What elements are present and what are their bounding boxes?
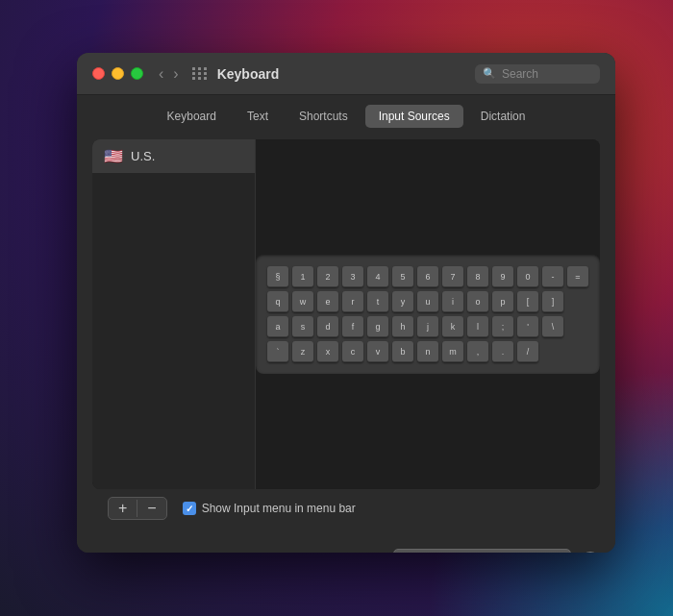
key-a: a bbox=[267, 316, 288, 337]
key-g: g bbox=[367, 316, 388, 337]
bottom-bar: + − ✓ Show Input menu in menu bar bbox=[92, 489, 600, 528]
key-w: w bbox=[292, 291, 313, 312]
key-equals: = bbox=[567, 266, 588, 287]
nav-buttons: ‹ › bbox=[155, 64, 183, 84]
tab-dictation[interactable]: Dictation bbox=[467, 105, 539, 128]
key-b: b bbox=[392, 341, 413, 362]
key-9: 9 bbox=[492, 266, 513, 287]
key-2: 2 bbox=[317, 266, 338, 287]
forward-button[interactable]: › bbox=[169, 64, 182, 84]
key-semicolon: ; bbox=[492, 316, 513, 337]
key-u: u bbox=[417, 291, 438, 312]
key-j: j bbox=[417, 316, 438, 337]
input-source-label: U.S. bbox=[131, 149, 155, 163]
key-o: o bbox=[467, 291, 488, 312]
key-5: 5 bbox=[392, 266, 413, 287]
key-d: d bbox=[317, 316, 338, 337]
keyboard-visual: § 1 2 3 4 5 6 7 8 9 0 - = bbox=[256, 255, 600, 374]
panels-row: 🇺🇸 U.S. § 1 2 3 4 5 6 7 bbox=[92, 139, 600, 489]
footer-row: Set Up Bluetooth Keyboard... ? bbox=[77, 539, 615, 553]
key-z: z bbox=[292, 341, 313, 362]
key-x: x bbox=[317, 341, 338, 362]
key-e: e bbox=[317, 291, 338, 312]
add-input-source-button[interactable]: + bbox=[109, 498, 137, 519]
input-source-us[interactable]: 🇺🇸 U.S. bbox=[92, 139, 255, 173]
key-1: 1 bbox=[292, 266, 313, 287]
fullscreen-button[interactable] bbox=[131, 67, 143, 80]
key-row-1: § 1 2 3 4 5 6 7 8 9 0 - = bbox=[267, 266, 588, 287]
key-v: v bbox=[367, 341, 388, 362]
key-backslash: \ bbox=[542, 316, 563, 337]
key-lbracket: [ bbox=[517, 291, 538, 312]
key-6: 6 bbox=[417, 266, 438, 287]
show-input-menu-checkbox[interactable]: ✓ bbox=[183, 502, 196, 515]
key-s: s bbox=[292, 316, 313, 337]
key-i: i bbox=[442, 291, 463, 312]
key-comma: , bbox=[467, 341, 488, 362]
tab-keyboard[interactable]: Keyboard bbox=[154, 105, 230, 128]
minimize-button[interactable] bbox=[112, 67, 124, 80]
grid-icon bbox=[192, 67, 208, 80]
key-row-4: ` z x c v b n m , . / bbox=[267, 341, 588, 362]
key-slash: / bbox=[517, 341, 538, 362]
key-section: § bbox=[267, 266, 288, 287]
app-grid-button[interactable] bbox=[192, 67, 208, 80]
tab-text[interactable]: Text bbox=[234, 105, 282, 128]
key-quote: ' bbox=[517, 316, 538, 337]
right-panel: § 1 2 3 4 5 6 7 8 9 0 - = bbox=[256, 139, 600, 489]
key-8: 8 bbox=[467, 266, 488, 287]
content-area: 🇺🇸 U.S. § 1 2 3 4 5 6 7 bbox=[77, 128, 615, 539]
key-t: t bbox=[367, 291, 388, 312]
key-rbracket: ] bbox=[542, 291, 563, 312]
back-button[interactable]: ‹ bbox=[155, 64, 167, 84]
key-4: 4 bbox=[367, 266, 388, 287]
show-input-menu-label: Show Input menu in menu bar bbox=[202, 502, 356, 515]
key-minus: - bbox=[542, 266, 563, 287]
key-n: n bbox=[417, 341, 438, 362]
tabs-bar: Keyboard Text Shortcuts Input Sources Di… bbox=[77, 95, 615, 128]
key-0: 0 bbox=[517, 266, 538, 287]
key-h: h bbox=[392, 316, 413, 337]
search-box[interactable]: 🔍 Search bbox=[475, 64, 600, 84]
key-7: 7 bbox=[442, 266, 463, 287]
titlebar: ‹ › Keyboard 🔍 Search bbox=[77, 53, 615, 95]
us-flag-icon: 🇺🇸 bbox=[104, 147, 123, 165]
key-m: m bbox=[442, 341, 463, 362]
traffic-lights bbox=[92, 67, 143, 80]
key-row-3: a s d f g h j k l ; ' \ bbox=[267, 316, 588, 337]
setup-bluetooth-keyboard-button[interactable]: Set Up Bluetooth Keyboard... bbox=[393, 549, 571, 553]
key-p: p bbox=[492, 291, 513, 312]
search-placeholder: Search bbox=[502, 67, 538, 81]
search-icon: 🔍 bbox=[483, 67, 496, 80]
keyboard-window: ‹ › Keyboard 🔍 Search Keyboard Text Shor… bbox=[77, 53, 615, 553]
tab-input-sources[interactable]: Input Sources bbox=[365, 105, 463, 128]
key-period: . bbox=[492, 341, 513, 362]
key-q: q bbox=[267, 291, 288, 312]
key-f: f bbox=[342, 316, 363, 337]
add-remove-buttons: + − bbox=[108, 497, 167, 520]
help-button[interactable]: ? bbox=[581, 552, 600, 553]
remove-input-source-button[interactable]: − bbox=[137, 498, 165, 519]
key-r: r bbox=[342, 291, 363, 312]
key-y: y bbox=[392, 291, 413, 312]
close-button[interactable] bbox=[92, 67, 105, 80]
key-backtick: ` bbox=[267, 341, 288, 362]
key-l: l bbox=[467, 316, 488, 337]
checkmark-icon: ✓ bbox=[186, 504, 193, 514]
window-title: Keyboard bbox=[217, 66, 475, 82]
key-3: 3 bbox=[342, 266, 363, 287]
key-c: c bbox=[342, 341, 363, 362]
tab-shortcuts[interactable]: Shortcuts bbox=[286, 105, 361, 128]
show-input-menu-option: ✓ Show Input menu in menu bar bbox=[183, 502, 356, 515]
key-k: k bbox=[442, 316, 463, 337]
key-row-2: q w e r t y u i o p [ ] bbox=[267, 291, 588, 312]
left-panel: 🇺🇸 U.S. bbox=[92, 139, 256, 489]
